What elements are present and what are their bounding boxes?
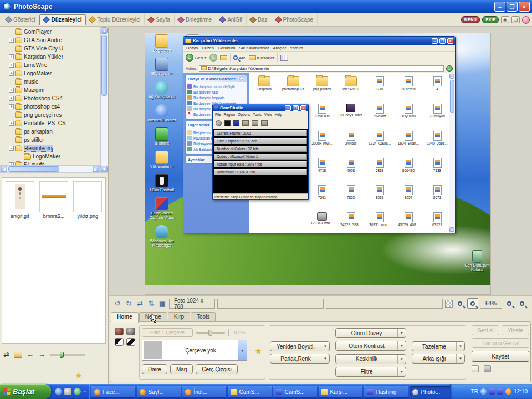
adjust-button[interactable]: Parlak,Renk▼	[270, 354, 330, 364]
tree-expander[interactable]	[9, 137, 14, 142]
tree-expander[interactable]: +	[9, 88, 14, 93]
task-button[interactable]: Face...	[91, 386, 135, 397]
scroll-up-icon[interactable]: ▲	[101, 27, 108, 34]
margin-button[interactable]: Marj	[170, 364, 193, 374]
task-button[interactable]: Photo...	[410, 386, 450, 397]
thumbnail-item[interactable]: yildiz.png	[73, 181, 103, 219]
tree-item[interactable]: ps stiller	[1, 136, 100, 144]
show-desktop-icon[interactable]	[64, 388, 71, 395]
adjust-button[interactable]: Otom Düzey▼	[335, 328, 406, 338]
redo-button[interactable]: Yinele	[502, 325, 529, 335]
frame-opacity-slider[interactable]	[196, 332, 225, 334]
adjust-button[interactable]: Keskinlik▼	[335, 354, 406, 364]
tree-expander[interactable]	[9, 46, 14, 51]
swatch-bw[interactable]	[115, 338, 124, 346]
tree-expander[interactable]	[9, 112, 14, 117]
quick-launch-overflow[interactable]: »	[83, 389, 85, 394]
star-icon[interactable]: ★	[255, 347, 262, 355]
tree-expander[interactable]	[9, 79, 14, 84]
tree-vertical-scrollbar[interactable]: ▲ ▼	[100, 27, 108, 173]
tree-item[interactable]: + Portable_PS_CS	[1, 119, 100, 127]
main-tab[interactable]: PhotoScape	[272, 14, 318, 25]
open-folder-icon[interactable]	[14, 352, 22, 358]
resize-icon[interactable]: ▦	[158, 299, 167, 309]
forward-arrow-icon[interactable]: →	[38, 351, 45, 359]
tree-item[interactable]: − Resimlerim	[1, 144, 100, 152]
favorites-star-icon[interactable]: ★	[75, 372, 82, 380]
task-button[interactable]: Sayf...	[137, 386, 181, 397]
circle-button[interactable]: Daire	[142, 364, 167, 374]
task-button[interactable]: Karşı...	[319, 386, 362, 397]
camera-icon[interactable]: ◉	[501, 16, 509, 23]
undo-all-button[interactable]: Tümünü Geri al	[472, 338, 529, 348]
editor-tab[interactable]: Kırp	[168, 312, 190, 321]
task-button[interactable]: CamS...	[228, 386, 272, 397]
tree-item[interactable]: music	[1, 78, 100, 86]
exif-badge[interactable]: EXIF	[482, 16, 499, 23]
camstudio-tray-icon[interactable]	[497, 388, 503, 395]
volume-tray-icon[interactable]	[505, 388, 511, 395]
dropdown-arrow-icon[interactable]: ▼	[397, 341, 406, 350]
tree-expander[interactable]	[9, 29, 14, 34]
frame-line-button[interactable]: Çerç.Çizgisi	[196, 364, 237, 374]
tree-item[interactable]: + 54 syufa	[1, 161, 100, 165]
new-document-icon[interactable]	[472, 365, 479, 372]
main-tab[interactable]: Gösterici	[2, 14, 39, 25]
tree-item[interactable]: + GTA San Andre	[1, 36, 100, 44]
editor-tab[interactable]: Tools	[191, 312, 216, 321]
tree-expander[interactable]: +	[9, 104, 14, 109]
dropdown-arrow-icon[interactable]: ▼	[397, 367, 406, 376]
ie-icon[interactable]	[55, 388, 62, 395]
start-button[interactable]: Başlat	[0, 384, 51, 399]
dropdown-arrow-icon[interactable]: ▼	[321, 354, 329, 363]
adjust-button[interactable]: Yeniden Boyutl.▼	[270, 341, 330, 351]
flip-vertical-icon[interactable]: ⇅	[147, 299, 156, 309]
main-tab[interactable]: Düzenleyici	[39, 14, 86, 25]
main-tab[interactable]: AniGif	[216, 14, 247, 25]
tree-expander[interactable]: +	[9, 38, 14, 43]
messenger-icon[interactable]	[74, 388, 81, 395]
tree-item[interactable]: + Karşıdan Yükler	[1, 53, 100, 61]
canvas-area[interactable]: Belgelerim Bilgisayarım Ağ Komşularım	[109, 27, 532, 295]
tree-item[interactable]: + Photoshop CS4	[1, 94, 100, 103]
scrollbar-thumb[interactable]	[8, 166, 59, 172]
tree-item[interactable]: GomPlayer	[1, 28, 100, 36]
main-tab[interactable]: Sayfa	[145, 14, 175, 25]
adjust-button[interactable]: Filtre▼	[335, 367, 406, 377]
tree-item[interactable]: + photoshop cs4	[1, 103, 100, 111]
camstudio-tray-icon[interactable]	[489, 388, 495, 395]
scroll-left-icon[interactable]: ◀	[1, 166, 7, 172]
menu-badge[interactable]: MENU	[461, 16, 480, 23]
adjust-button[interactable]: Arka ışığı▼	[412, 354, 465, 364]
tray-chevron-icon[interactable]: ‹	[480, 388, 487, 395]
dropdown-arrow-icon[interactable]: ▼	[397, 329, 406, 337]
chevron-down-icon[interactable]: ▼	[238, 340, 247, 360]
close-button[interactable]: ✕	[519, 2, 530, 12]
tree-expander[interactable]: +	[9, 121, 14, 126]
tree-expander[interactable]: +	[9, 54, 14, 59]
zoom-fit-button[interactable]	[467, 298, 478, 309]
flip-horizontal-icon[interactable]: ⇄	[135, 299, 144, 309]
adjust-button[interactable]: Otom Kontrast▼	[335, 341, 406, 351]
tree-item[interactable]: ps arkaplan	[1, 127, 100, 136]
zoom-out-button[interactable]: −	[516, 298, 528, 309]
tree-expander[interactable]: −	[9, 146, 14, 151]
edited-image[interactable]: Belgelerim Bilgisayarım Ağ Komşularım	[145, 33, 490, 294]
editor-tab[interactable]: Home	[111, 312, 139, 323]
transparency-icon[interactable]	[445, 300, 453, 308]
tree-item[interactable]: LogoMaker	[1, 152, 100, 161]
tree-item[interactable]: GTA Vice City U	[1, 44, 100, 53]
undo-button[interactable]: Geri al	[472, 325, 499, 335]
refresh-icon[interactable]: ⇄	[3, 351, 9, 359]
thumbnail-size-slider[interactable]	[50, 354, 85, 356]
task-button[interactable]: CamS...	[273, 386, 317, 397]
adjust-button[interactable]: Tazeleme▼	[412, 341, 465, 351]
scroll-right-icon[interactable]: ▶	[93, 166, 99, 172]
tree-expander[interactable]	[9, 129, 14, 134]
thumbnail-item[interactable]: anigif.gif	[4, 181, 35, 219]
printer-icon[interactable]	[484, 365, 491, 372]
scroll-down-icon[interactable]: ▼	[101, 166, 108, 172]
tree-item[interactable]: png gureşçi res	[1, 111, 100, 119]
main-tab[interactable]: Birleştirme	[175, 14, 216, 25]
tree-expander[interactable]: +	[9, 63, 14, 68]
